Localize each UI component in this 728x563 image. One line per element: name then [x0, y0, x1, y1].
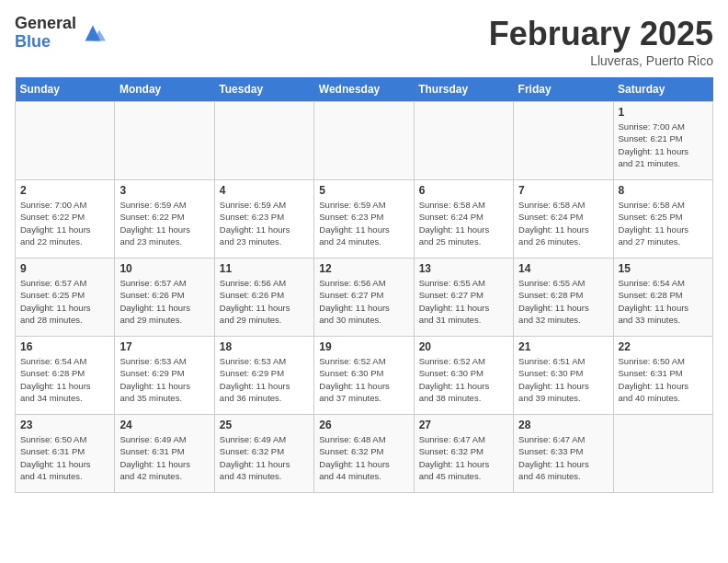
- week-row-4: 16Sunrise: 6:54 AMSunset: 6:28 PMDayligh…: [16, 337, 713, 415]
- calendar-cell: 6Sunrise: 6:58 AMSunset: 6:24 PMDaylight…: [414, 180, 513, 259]
- calendar-cell: 16Sunrise: 6:54 AMSunset: 6:28 PMDayligh…: [16, 337, 115, 415]
- day-info: Sunrise: 6:50 AMSunset: 6:31 PMDaylight:…: [619, 355, 708, 404]
- day-info: Sunrise: 6:56 AMSunset: 6:26 PMDaylight:…: [220, 277, 309, 326]
- day-number: 12: [319, 262, 408, 275]
- calendar-cell: [613, 415, 712, 493]
- calendar-cell: 15Sunrise: 6:54 AMSunset: 6:28 PMDayligh…: [613, 259, 712, 337]
- day-number: 27: [419, 419, 508, 431]
- day-number: 18: [220, 340, 309, 353]
- calendar-cell: 19Sunrise: 6:52 AMSunset: 6:30 PMDayligh…: [314, 337, 414, 415]
- week-row-5: 23Sunrise: 6:50 AMSunset: 6:31 PMDayligh…: [16, 415, 713, 493]
- day-info: Sunrise: 6:59 AMSunset: 6:22 PMDaylight:…: [119, 199, 209, 247]
- day-number: 5: [319, 184, 408, 197]
- day-number: 3: [119, 184, 209, 197]
- day-number: 13: [419, 262, 508, 275]
- day-info: Sunrise: 7:00 AMSunset: 6:22 PMDaylight:…: [20, 199, 109, 247]
- day-info: Sunrise: 6:54 AMSunset: 6:28 PMDaylight:…: [619, 277, 708, 326]
- day-number: 28: [518, 419, 608, 431]
- day-info: Sunrise: 6:53 AMSunset: 6:29 PMDaylight:…: [220, 355, 309, 404]
- calendar-cell: 12Sunrise: 6:56 AMSunset: 6:27 PMDayligh…: [314, 259, 414, 337]
- day-info: Sunrise: 6:53 AMSunset: 6:29 PMDaylight:…: [119, 355, 209, 404]
- day-number: 11: [220, 262, 309, 275]
- calendar-cell: 18Sunrise: 6:53 AMSunset: 6:29 PMDayligh…: [214, 337, 313, 415]
- day-number: 8: [619, 184, 708, 197]
- calendar-cell: 1Sunrise: 7:00 AMSunset: 6:21 PMDaylight…: [613, 102, 712, 180]
- day-number: 2: [20, 184, 109, 197]
- calendar-cell: 9Sunrise: 6:57 AMSunset: 6:25 PMDaylight…: [16, 259, 115, 337]
- calendar-cell: 25Sunrise: 6:49 AMSunset: 6:32 PMDayligh…: [214, 415, 313, 493]
- title-section: February 2025 Lluveras, Puerto Rico: [489, 15, 713, 68]
- logo: General Blue: [15, 15, 106, 52]
- calendar-cell: 2Sunrise: 7:00 AMSunset: 6:22 PMDaylight…: [16, 180, 115, 259]
- day-header-friday: Friday: [514, 77, 613, 102]
- day-number: 9: [20, 262, 109, 275]
- day-info: Sunrise: 6:58 AMSunset: 6:24 PMDaylight:…: [518, 199, 608, 247]
- day-info: Sunrise: 6:55 AMSunset: 6:28 PMDaylight:…: [518, 277, 608, 326]
- day-info: Sunrise: 6:49 AMSunset: 6:32 PMDaylight:…: [220, 433, 309, 482]
- calendar-cell: 21Sunrise: 6:51 AMSunset: 6:30 PMDayligh…: [514, 337, 613, 415]
- calendar-cell: 27Sunrise: 6:47 AMSunset: 6:32 PMDayligh…: [414, 415, 513, 493]
- day-number: 25: [220, 419, 309, 431]
- day-header-row: SundayMondayTuesdayWednesdayThursdayFrid…: [16, 77, 713, 102]
- calendar-cell: 4Sunrise: 6:59 AMSunset: 6:23 PMDaylight…: [214, 180, 313, 259]
- calendar-cell: 8Sunrise: 6:58 AMSunset: 6:25 PMDaylight…: [613, 180, 712, 259]
- day-number: 22: [619, 340, 708, 353]
- day-info: Sunrise: 7:00 AMSunset: 6:21 PMDaylight:…: [619, 121, 708, 169]
- day-header-sunday: Sunday: [16, 77, 115, 102]
- day-info: Sunrise: 6:49 AMSunset: 6:31 PMDaylight:…: [119, 433, 209, 482]
- calendar-cell: 5Sunrise: 6:59 AMSunset: 6:23 PMDaylight…: [314, 180, 414, 259]
- day-header-wednesday: Wednesday: [314, 77, 414, 102]
- day-info: Sunrise: 6:52 AMSunset: 6:30 PMDaylight:…: [319, 355, 408, 404]
- day-info: Sunrise: 6:58 AMSunset: 6:25 PMDaylight:…: [619, 199, 708, 247]
- calendar-cell: 3Sunrise: 6:59 AMSunset: 6:22 PMDaylight…: [115, 180, 214, 259]
- day-info: Sunrise: 6:48 AMSunset: 6:32 PMDaylight:…: [319, 433, 408, 482]
- day-number: 1: [619, 106, 708, 119]
- week-row-1: 1Sunrise: 7:00 AMSunset: 6:21 PMDaylight…: [16, 102, 713, 180]
- day-number: 6: [419, 184, 508, 197]
- week-row-3: 9Sunrise: 6:57 AMSunset: 6:25 PMDaylight…: [16, 259, 713, 337]
- calendar-cell: 13Sunrise: 6:55 AMSunset: 6:27 PMDayligh…: [414, 259, 513, 337]
- day-header-thursday: Thursday: [414, 77, 513, 102]
- calendar-cell: 20Sunrise: 6:52 AMSunset: 6:30 PMDayligh…: [414, 337, 513, 415]
- day-info: Sunrise: 6:50 AMSunset: 6:31 PMDaylight:…: [20, 433, 109, 482]
- day-info: Sunrise: 6:58 AMSunset: 6:24 PMDaylight:…: [419, 199, 508, 247]
- calendar-title: February 2025: [489, 15, 713, 53]
- calendar-subtitle: Lluveras, Puerto Rico: [489, 53, 713, 68]
- day-number: 21: [518, 340, 608, 353]
- calendar-cell: [314, 102, 414, 180]
- day-info: Sunrise: 6:52 AMSunset: 6:30 PMDaylight:…: [419, 355, 508, 404]
- calendar-cell: 24Sunrise: 6:49 AMSunset: 6:31 PMDayligh…: [115, 415, 214, 493]
- day-info: Sunrise: 6:59 AMSunset: 6:23 PMDaylight:…: [319, 199, 408, 247]
- day-number: 24: [119, 419, 209, 431]
- calendar-cell: [514, 102, 613, 180]
- day-info: Sunrise: 6:57 AMSunset: 6:26 PMDaylight:…: [119, 277, 209, 326]
- day-info: Sunrise: 6:47 AMSunset: 6:32 PMDaylight:…: [419, 433, 508, 482]
- calendar-cell: 23Sunrise: 6:50 AMSunset: 6:31 PMDayligh…: [16, 415, 115, 493]
- calendar-cell: [214, 102, 313, 180]
- logo-icon: [80, 20, 106, 46]
- calendar-cell: 11Sunrise: 6:56 AMSunset: 6:26 PMDayligh…: [214, 259, 313, 337]
- day-number: 7: [518, 184, 608, 197]
- calendar-cell: 14Sunrise: 6:55 AMSunset: 6:28 PMDayligh…: [514, 259, 613, 337]
- calendar-cell: [414, 102, 513, 180]
- day-info: Sunrise: 6:56 AMSunset: 6:27 PMDaylight:…: [319, 277, 408, 326]
- day-number: 4: [220, 184, 309, 197]
- day-info: Sunrise: 6:59 AMSunset: 6:23 PMDaylight:…: [220, 199, 309, 247]
- calendar-cell: 17Sunrise: 6:53 AMSunset: 6:29 PMDayligh…: [115, 337, 214, 415]
- page-header: General Blue February 2025 Lluveras, Pue…: [15, 15, 713, 68]
- calendar-cell: [16, 102, 115, 180]
- day-number: 16: [20, 340, 109, 353]
- calendar-cell: 7Sunrise: 6:58 AMSunset: 6:24 PMDaylight…: [514, 180, 613, 259]
- day-info: Sunrise: 6:54 AMSunset: 6:28 PMDaylight:…: [20, 355, 109, 404]
- day-number: 14: [518, 262, 608, 275]
- logo-blue: Blue: [15, 33, 76, 52]
- day-info: Sunrise: 6:55 AMSunset: 6:27 PMDaylight:…: [419, 277, 508, 326]
- day-info: Sunrise: 6:47 AMSunset: 6:33 PMDaylight:…: [518, 433, 608, 482]
- calendar-cell: 26Sunrise: 6:48 AMSunset: 6:32 PMDayligh…: [314, 415, 414, 493]
- day-number: 17: [119, 340, 209, 353]
- day-info: Sunrise: 6:51 AMSunset: 6:30 PMDaylight:…: [518, 355, 608, 404]
- day-number: 10: [119, 262, 209, 275]
- logo-general: General: [15, 15, 76, 33]
- calendar-cell: 22Sunrise: 6:50 AMSunset: 6:31 PMDayligh…: [613, 337, 712, 415]
- day-number: 20: [419, 340, 508, 353]
